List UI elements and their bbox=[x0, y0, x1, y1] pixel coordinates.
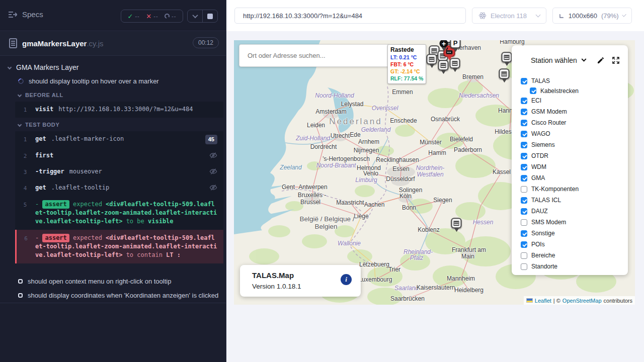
viewport-size-selector[interactable]: 1000x660 (79%) bbox=[552, 8, 632, 24]
checkbox[interactable] bbox=[521, 263, 527, 270]
command-number: 1 bbox=[15, 105, 35, 114]
checkbox[interactable] bbox=[521, 131, 527, 137]
command-row-get[interactable]: 1 get.leaflet-marker-icon 45 bbox=[15, 131, 223, 148]
station-select-dropdown[interactable]: Station wählen bbox=[531, 56, 586, 64]
suite-title[interactable]: GMA Markers Layer bbox=[8, 63, 78, 71]
expand-fullscreen-icon[interactable] bbox=[612, 56, 620, 64]
map-marker-pin[interactable]: + bbox=[440, 40, 448, 51]
map-search-input[interactable] bbox=[239, 44, 390, 67]
stop-run-button[interactable] bbox=[202, 10, 217, 22]
checkbox-label: ECI bbox=[531, 97, 541, 104]
station-type-row[interactable]: TK-Komponenten bbox=[521, 184, 624, 195]
command-row-get-tooltip[interactable]: 4 get.leaflet-tooltip bbox=[15, 180, 223, 196]
map-marker-pin[interactable] bbox=[427, 54, 437, 68]
edit-pencil-icon[interactable] bbox=[597, 56, 605, 64]
osm-link[interactable]: OpenStreetMap bbox=[562, 298, 602, 304]
chevron-down-icon bbox=[622, 13, 626, 17]
checkbox[interactable] bbox=[521, 175, 527, 182]
checkbox-label: TALAS bbox=[531, 77, 550, 84]
checkbox[interactable] bbox=[521, 78, 527, 84]
url-input[interactable] bbox=[234, 8, 466, 24]
map-marker-pin[interactable] bbox=[502, 52, 512, 66]
reporter-header: Specs ✓-- ✕-- -- bbox=[0, 0, 226, 31]
assert-failed-row[interactable]: 6 - assert expected <div#leaflet-tooltip… bbox=[15, 230, 223, 263]
map-marker-pin[interactable] bbox=[451, 218, 462, 232]
checkbox[interactable] bbox=[521, 230, 527, 237]
station-type-row[interactable]: ECI bbox=[521, 95, 624, 106]
info-icon[interactable]: i bbox=[341, 274, 352, 285]
tooltip-sensor-value: LT: 0.21 °C bbox=[390, 54, 423, 61]
marker-tail bbox=[502, 78, 507, 82]
browser-selector[interactable]: Electron 118 bbox=[472, 8, 546, 24]
station-type-row[interactable]: Kabelstrecken bbox=[530, 86, 624, 95]
station-type-row[interactable]: Sonstige bbox=[521, 228, 624, 239]
pending-test-row[interactable]: should display coordinates when 'Koordin… bbox=[18, 292, 219, 299]
marker-tail bbox=[447, 56, 452, 60]
station-type-row[interactable]: Bereiche bbox=[521, 250, 624, 261]
marker-head: + bbox=[440, 40, 448, 48]
leaflet-link[interactable]: Leaflet bbox=[535, 298, 551, 304]
marker-head bbox=[438, 60, 449, 70]
active-test-title[interactable]: should display tooltip on hover over a m… bbox=[18, 77, 159, 85]
test-body-section[interactable]: TEST BODY bbox=[18, 122, 59, 128]
collapse-tests-button[interactable] bbox=[188, 10, 202, 22]
station-type-row[interactable]: POIs bbox=[521, 239, 624, 250]
checkbox[interactable] bbox=[521, 208, 527, 215]
checkbox[interactable] bbox=[521, 197, 527, 204]
station-type-row[interactable]: TALAS ICL bbox=[521, 195, 624, 206]
station-type-row[interactable]: OTDR bbox=[521, 150, 624, 161]
command-number: 2 bbox=[15, 151, 35, 160]
checkbox[interactable] bbox=[521, 186, 527, 193]
checkbox[interactable] bbox=[521, 219, 527, 226]
tooltip-station-name: Rastede bbox=[390, 46, 423, 53]
station-type-row[interactable]: GMA bbox=[521, 172, 624, 184]
station-type-row[interactable]: Standorte bbox=[521, 261, 624, 272]
checkbox[interactable] bbox=[530, 87, 536, 94]
checkbox[interactable] bbox=[521, 252, 527, 259]
marker-head bbox=[427, 54, 437, 64]
stop-icon bbox=[207, 14, 213, 19]
checkbox-label: Sonstige bbox=[531, 230, 555, 237]
command-row-trigger[interactable]: 3 -triggermouseover bbox=[15, 164, 223, 180]
checkbox-label: TK-Komponenten bbox=[531, 186, 579, 193]
before-all-section[interactable]: BEFORE ALL bbox=[18, 92, 63, 98]
checkbox[interactable] bbox=[521, 153, 527, 159]
app-title: TALAS.Map bbox=[252, 271, 294, 280]
station-type-row[interactable]: SMS Modem bbox=[521, 217, 624, 228]
command-row-first[interactable]: 2 first bbox=[15, 148, 223, 164]
command-row-visit[interactable]: 1 visithttp://192.168.10.33:3000/?m=12&u… bbox=[15, 102, 223, 118]
command-number: 5 bbox=[15, 200, 35, 209]
station-type-row[interactable]: Cisco Router bbox=[521, 117, 624, 128]
station-type-row[interactable]: TALAS bbox=[521, 75, 624, 86]
marker-head bbox=[502, 52, 512, 62]
map-marker-pin[interactable] bbox=[438, 60, 449, 74]
electron-icon bbox=[478, 12, 487, 20]
test-body-label: TEST BODY bbox=[25, 122, 59, 128]
checkbox[interactable] bbox=[521, 164, 527, 170]
spec-duration-badge: 00:12 bbox=[193, 37, 219, 48]
pending-test-row[interactable]: should open context menu on right-click … bbox=[18, 278, 219, 285]
spec-file-row[interactable]: gmaMarkersLayer.cy.js 00:12 bbox=[0, 32, 226, 56]
station-type-row[interactable]: GSM Modem bbox=[521, 106, 624, 117]
station-type-row[interactable]: DAUZ bbox=[521, 206, 624, 217]
station-type-row[interactable]: WDM bbox=[521, 161, 624, 172]
leaflet-map[interactable]: HamburgBremerhavenFryslânBremenEmmenNied… bbox=[234, 40, 635, 305]
attribution-suffix: contributors bbox=[604, 298, 632, 304]
station-type-row[interactable]: Siemens bbox=[521, 139, 624, 150]
specs-menu-button[interactable]: Specs bbox=[8, 10, 43, 19]
map-marker-pin[interactable]: P bbox=[450, 40, 461, 52]
stat-passed: ✓-- bbox=[128, 13, 140, 20]
checkbox[interactable] bbox=[521, 98, 527, 104]
checkbox[interactable] bbox=[521, 241, 527, 248]
assert-passed-row[interactable]: 5 - assert expected <div#leaflet-tooltip… bbox=[15, 196, 223, 230]
checkbox[interactable] bbox=[521, 142, 527, 148]
marker-head bbox=[451, 218, 462, 228]
checkbox[interactable] bbox=[521, 120, 527, 126]
assert-badge: assert bbox=[42, 200, 69, 209]
station-tooltip[interactable]: Rastede LT: 0.21 °CFBT: 6 °CGT: -2.14 °C… bbox=[387, 44, 426, 84]
marker-tail bbox=[504, 62, 509, 66]
checkbox[interactable] bbox=[521, 109, 527, 115]
pending-ring-icon bbox=[165, 14, 170, 19]
station-type-row[interactable]: WAGO bbox=[521, 128, 624, 139]
map-marker-pin[interactable] bbox=[499, 68, 510, 82]
